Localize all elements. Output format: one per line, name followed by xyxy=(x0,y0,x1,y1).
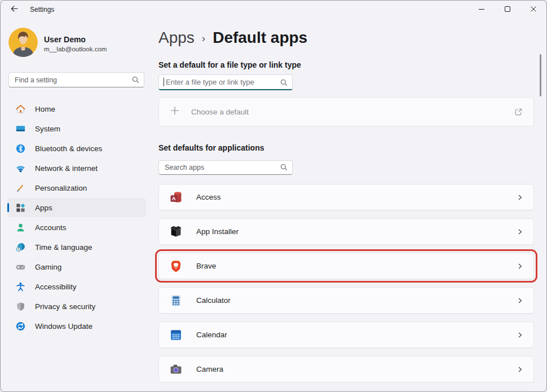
sidebar-item-bluetooth-devices[interactable]: Bluetooth & devices xyxy=(7,139,146,158)
back-button[interactable] xyxy=(5,2,23,17)
main-content: Apps › Default apps Set a default for a … xyxy=(153,19,546,392)
app-name: Brave xyxy=(196,262,216,270)
breadcrumb: Apps › Default apps xyxy=(158,28,534,48)
chevron-right-icon xyxy=(517,297,523,304)
chevron-right-icon xyxy=(517,194,523,201)
app-row-calculator[interactable]: Calculator xyxy=(158,287,534,314)
globe-clock-icon xyxy=(15,242,26,253)
sidebar-item-personalization[interactable]: Personalization xyxy=(7,178,146,197)
app-name: Calendar xyxy=(196,331,227,339)
app-name: Access xyxy=(196,193,221,201)
search-apps-input[interactable] xyxy=(158,160,293,175)
paintbrush-icon xyxy=(15,183,26,193)
file-type-section-label: Set a default for a file type or link ty… xyxy=(158,60,534,69)
choose-default-label: Choose a default xyxy=(191,108,249,116)
wifi-icon xyxy=(15,163,26,174)
scrollbar-thumb[interactable] xyxy=(540,54,541,96)
app-row-access[interactable]: A Access xyxy=(158,184,534,210)
search-icon xyxy=(280,78,288,87)
close-icon xyxy=(530,5,537,15)
profile-email: m__lab@outlook.com xyxy=(44,46,107,52)
system-icon xyxy=(15,124,26,134)
plus-icon xyxy=(169,105,180,118)
sidebar-item-label: Windows Update xyxy=(35,322,92,331)
window-controls xyxy=(469,1,546,19)
apps-icon xyxy=(15,202,26,213)
app-name: Camera xyxy=(196,365,223,373)
profile-name: User Demo xyxy=(44,35,107,44)
breadcrumb-chevron-icon: › xyxy=(202,28,205,48)
sidebar-item-label: Privacy & security xyxy=(35,302,95,311)
camera-icon xyxy=(169,363,183,376)
svg-text:A: A xyxy=(172,195,176,201)
minimize-button[interactable] xyxy=(469,1,495,19)
sidebar-item-label: Accessibility xyxy=(35,283,77,291)
open-new-window-icon xyxy=(514,107,523,117)
app-row-brave[interactable]: Brave xyxy=(158,253,534,279)
app-name: App Installer xyxy=(196,227,239,236)
gamepad-icon xyxy=(15,262,26,272)
file-type-input[interactable] xyxy=(158,74,293,90)
text-caret xyxy=(164,78,164,86)
sidebar-item-label: System xyxy=(35,125,60,133)
sidebar-item-accessibility[interactable]: Accessibility xyxy=(7,277,146,296)
sidebar-item-label: Accounts xyxy=(35,223,67,232)
sidebar: User Demo m__lab@outlook.com Home xyxy=(1,19,153,392)
avatar xyxy=(8,28,38,59)
home-icon xyxy=(15,104,26,114)
chevron-right-icon xyxy=(517,332,523,338)
sidebar-item-label: Bluetooth & devices xyxy=(35,144,102,153)
calendar-icon xyxy=(169,328,183,342)
refresh-icon xyxy=(15,321,26,332)
sidebar-item-accounts[interactable]: Accounts xyxy=(7,218,146,237)
breadcrumb-apps[interactable]: Apps xyxy=(158,28,195,47)
person-icon xyxy=(15,222,26,233)
titlebar: Settings xyxy=(1,1,546,19)
minimize-icon xyxy=(478,5,485,15)
find-setting-input[interactable] xyxy=(8,72,144,87)
sidebar-item-system[interactable]: System xyxy=(7,119,146,138)
brave-icon xyxy=(169,259,183,273)
search-apps-box xyxy=(158,160,293,175)
maximize-button[interactable] xyxy=(495,1,520,19)
sidebar-item-label: Gaming xyxy=(35,263,61,271)
apps-section-label: Set defaults for applications xyxy=(158,143,534,152)
sidebar-item-apps[interactable]: Apps xyxy=(7,198,146,217)
app-row-calendar[interactable]: Calendar xyxy=(158,321,534,348)
sidebar-item-label: Apps xyxy=(35,204,52,212)
sidebar-search xyxy=(8,72,144,87)
sidebar-item-home[interactable]: Home xyxy=(7,99,146,118)
file-type-input-box xyxy=(158,74,293,90)
search-icon xyxy=(280,163,288,171)
bluetooth-icon xyxy=(15,143,26,154)
shield-icon xyxy=(15,301,26,312)
sidebar-item-windows-update[interactable]: Windows Update xyxy=(7,316,146,336)
app-name: Calculator xyxy=(196,296,231,305)
search-icon xyxy=(131,76,140,84)
choose-default-card[interactable]: Choose a default xyxy=(158,97,534,126)
close-button[interactable] xyxy=(520,1,546,19)
sidebar-nav: Home System Bluetooth & devices xyxy=(1,99,153,336)
profile-text: User Demo m__lab@outlook.com xyxy=(44,35,107,52)
sidebar-item-gaming[interactable]: Gaming xyxy=(7,257,146,276)
chevron-right-icon xyxy=(517,228,523,235)
chevron-right-icon xyxy=(517,263,523,270)
accessibility-person-icon xyxy=(15,281,26,292)
sidebar-item-label: Time & language xyxy=(35,243,92,252)
sidebar-item-time-language[interactable]: Time & language xyxy=(7,237,146,257)
app-row-camera[interactable]: Camera xyxy=(158,356,534,382)
settings-window: Settings xyxy=(0,0,547,392)
chevron-right-icon xyxy=(517,366,523,373)
app-row-app-installer[interactable]: App Installer xyxy=(158,218,534,245)
back-arrow-icon xyxy=(10,4,19,16)
sidebar-item-label: Personalization xyxy=(35,184,87,192)
app-list: A Access App Installer xyxy=(158,184,534,392)
user-profile[interactable]: User Demo m__lab@outlook.com xyxy=(8,28,153,59)
sidebar-item-network-internet[interactable]: Network & internet xyxy=(7,158,146,178)
access-icon: A xyxy=(169,191,183,204)
sidebar-item-label: Home xyxy=(35,105,55,113)
maximize-icon xyxy=(504,5,511,15)
sidebar-item-privacy-security[interactable]: Privacy & security xyxy=(7,297,146,316)
calculator-icon xyxy=(169,294,183,307)
app-installer-icon xyxy=(169,225,183,239)
